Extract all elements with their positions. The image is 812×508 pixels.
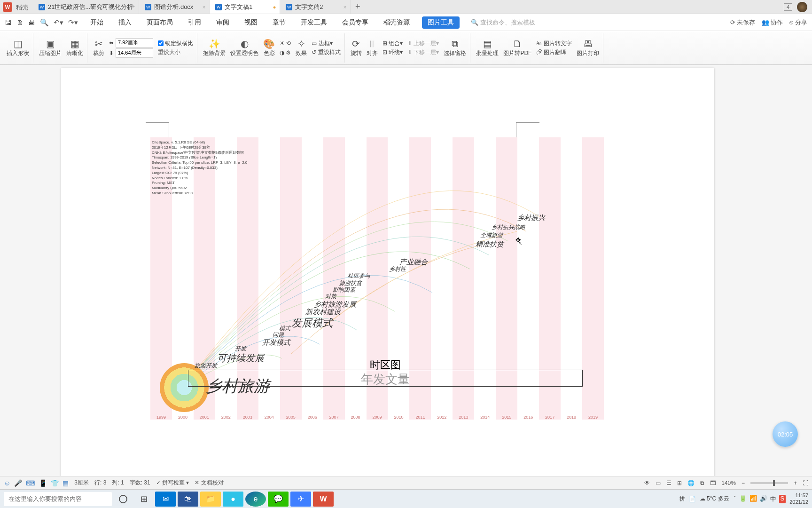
unsaved-indicator[interactable]: 未保存	[730, 18, 755, 27]
fit-icon[interactable]: ⧉	[700, 480, 704, 486]
task-icon[interactable]: 🗔	[710, 480, 716, 486]
rotate-icon[interactable]: ⟳	[352, 39, 360, 49]
news-icon[interactable]: 📄	[689, 496, 696, 502]
spell-check-button[interactable]: ✓ 拼写检查 ▾	[156, 479, 189, 487]
menu-start[interactable]: 开始	[87, 16, 106, 29]
clothing-icon[interactable]: 👕	[51, 479, 59, 487]
select-pane-icon[interactable]: ⧉	[452, 39, 458, 49]
duba-app-icon[interactable]: ●	[223, 492, 243, 507]
user-avatar[interactable]	[797, 2, 807, 12]
globe-icon[interactable]: 🌐	[687, 480, 695, 486]
batch-icon[interactable]: ▤	[483, 39, 492, 49]
remove-bg-icon[interactable]: ✨	[209, 39, 220, 49]
menu-member[interactable]: 会员专享	[339, 16, 371, 29]
zoom-slider[interactable]	[750, 482, 788, 484]
menu-review[interactable]: 审阅	[213, 16, 232, 29]
align-icon[interactable]: ⫴	[370, 39, 374, 49]
outline-view-icon[interactable]: ☰	[666, 480, 671, 486]
tab-doc-3[interactable]: W文字文稿1●	[210, 0, 280, 14]
mail-app-icon[interactable]: ✉	[155, 492, 176, 507]
chevron-up-icon[interactable]: ˄	[733, 495, 736, 503]
wechat-app-icon[interactable]: 💬	[268, 492, 289, 507]
menu-reference[interactable]: 引用	[185, 16, 204, 29]
redo-icon[interactable]: ↷▾	[68, 18, 78, 27]
tab-doc-4[interactable]: W文字文稿2×	[280, 0, 351, 14]
menu-page-layout[interactable]: 页面布局	[144, 16, 176, 29]
style-icon[interactable]: 📱	[39, 479, 47, 487]
up-layer-button[interactable]: ⬆ 上移一层▾	[407, 40, 439, 48]
menu-section[interactable]: 章节	[270, 16, 289, 29]
contrast-icon[interactable]: ◑ ⚙	[280, 49, 291, 56]
lock-ratio-checkbox[interactable]: 锁定纵横比	[158, 40, 193, 48]
preview-icon[interactable]: 🔍	[40, 18, 49, 27]
reset-style-button[interactable]: ↺ 重设样式	[312, 48, 340, 56]
window-count-badge[interactable]: 4	[784, 3, 792, 11]
feishu-app-icon[interactable]: ✈	[290, 492, 311, 507]
save-as-icon[interactable]: 🗎	[16, 18, 23, 26]
ime-status[interactable]: 拼	[679, 495, 685, 503]
close-icon[interactable]: ⟳	[131, 4, 135, 10]
img-print-icon[interactable]: 🖶	[583, 39, 593, 49]
border-button[interactable]: ▭ 边框▾	[312, 40, 340, 48]
keyboard-icon[interactable]: ⌨	[26, 479, 35, 487]
windows-search-input[interactable]	[4, 492, 112, 506]
wifi-icon[interactable]: 📶	[750, 495, 757, 503]
trans-icon[interactable]: ◐	[241, 39, 249, 49]
menu-picture-tools[interactable]: 图片工具	[422, 16, 460, 29]
cortana-icon[interactable]	[114, 492, 133, 507]
compress-icon[interactable]: ▣	[46, 39, 55, 49]
menu-docer[interactable]: 稻壳资源	[381, 16, 413, 29]
tab-doc-2[interactable]: W图谱分析.docx×	[139, 0, 210, 14]
document-canvas[interactable]: CiteSpace, v. 5.1.R8 SE (64-bit) 2019年12…	[0, 65, 812, 489]
collab-button[interactable]: 协作	[762, 18, 783, 27]
tab-doc-1[interactable]: W21世纪政府信...研究可视化分析⟳	[33, 0, 139, 14]
recording-timer-bubble[interactable]: 02:05	[773, 421, 798, 447]
page-view-icon[interactable]: ▭	[656, 480, 661, 486]
save-icon[interactable]: 🖫	[5, 18, 12, 26]
close-icon[interactable]: ×	[344, 4, 346, 10]
web-view-icon[interactable]: ⊞	[677, 480, 682, 486]
combine-button[interactable]: ⊞ 组合▾	[383, 40, 403, 48]
share-button[interactable]: ⎋ 分享	[789, 18, 807, 27]
crop-icon[interactable]: ✂	[95, 39, 103, 49]
wrap-button[interactable]: ⊡ 环绕▾	[383, 48, 403, 56]
translate-button[interactable]: 🗪 图片翻译	[536, 48, 571, 56]
weather-widget[interactable]: ☁ 5°C 多云	[700, 495, 729, 503]
rib-insert-shape[interactable]: ◫插入形状	[3, 33, 33, 63]
down-layer-button[interactable]: ⬇ 下移一层▾	[407, 48, 439, 56]
undo-icon[interactable]: ↶▾	[54, 18, 63, 27]
edge-app-icon[interactable]: e	[245, 492, 266, 507]
new-tab-button[interactable]: +	[351, 0, 365, 14]
grid-icon[interactable]: ▦	[62, 479, 69, 487]
proof-button[interactable]: ✕ 文档校对	[195, 479, 223, 487]
color-icon[interactable]: 🎨	[263, 39, 275, 49]
eye-icon[interactable]: 👁	[644, 480, 650, 486]
taskbar-clock[interactable]: 11:57 2021/12	[789, 492, 808, 505]
emoji-icon[interactable]: ☺	[4, 479, 10, 487]
zoom-value[interactable]: 140%	[721, 480, 736, 486]
width-input[interactable]	[116, 38, 153, 48]
store-app-icon[interactable]: 🛍	[178, 492, 198, 507]
task-view-icon[interactable]: ⊞	[134, 492, 153, 507]
height-input[interactable]	[116, 48, 153, 58]
close-icon[interactable]: ×	[203, 4, 205, 10]
reset-size-button[interactable]: 重设大小	[158, 48, 193, 56]
effect-icon[interactable]: ✧	[297, 39, 305, 49]
system-tray[interactable]: ˄ 🔋 📶 🔊 中 S	[733, 495, 786, 503]
menu-insert[interactable]: 插入	[116, 16, 134, 29]
menu-view[interactable]: 视图	[242, 16, 260, 29]
to-text-button[interactable]: 🗛 图片转文字	[536, 40, 571, 48]
fullscreen-icon[interactable]: ⛶	[803, 480, 808, 486]
pdf-icon[interactable]: 🗋	[513, 39, 522, 49]
battery-icon[interactable]: 🔋	[739, 495, 747, 503]
clarity-icon[interactable]: ▦	[70, 39, 79, 49]
zoom-out-button[interactable]: −	[742, 480, 745, 486]
command-search[interactable]: 查找命令、搜索模板	[471, 18, 535, 27]
menu-dev-tools[interactable]: 开发工具	[298, 16, 330, 29]
brightness-icon[interactable]: ☀ ⟲	[280, 40, 291, 47]
volume-icon[interactable]: 🔊	[760, 495, 767, 503]
print-icon[interactable]: 🖶	[28, 18, 35, 26]
zoom-in-button[interactable]: +	[794, 480, 797, 486]
wps-app-icon[interactable]: W	[313, 492, 334, 507]
mic-icon[interactable]: 🎤	[14, 479, 22, 487]
